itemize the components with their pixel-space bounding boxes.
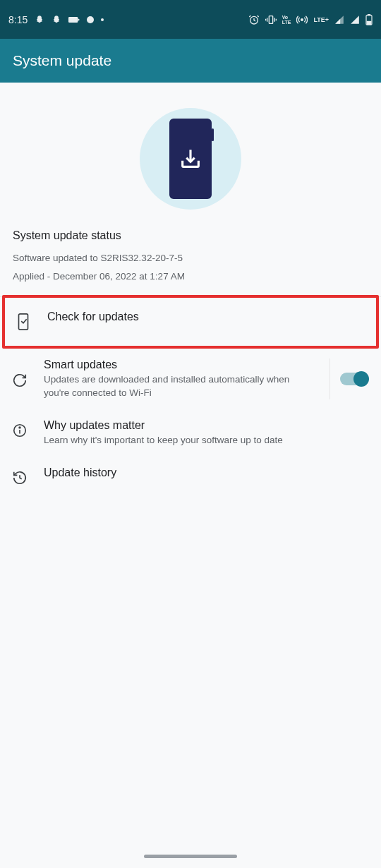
snapchat-icon xyxy=(52,15,61,25)
svg-rect-6 xyxy=(367,21,371,24)
row-title: Check for updates xyxy=(47,311,366,323)
info-icon xyxy=(11,422,28,439)
status-applied: Applied - December 06, 2022 at 1:27 AM xyxy=(13,267,368,286)
svg-rect-2 xyxy=(269,16,272,23)
smart-updates-row[interactable]: Smart updates Updates are downloaded and… xyxy=(0,349,381,409)
phone-icon xyxy=(169,119,212,199)
why-updates-row[interactable]: Why updates matter Learn why it's import… xyxy=(0,409,381,457)
row-title: Why updates matter xyxy=(44,419,368,432)
svg-rect-0 xyxy=(68,17,78,23)
smart-updates-toggle[interactable] xyxy=(340,373,368,385)
check-for-updates-row[interactable]: Check for updates xyxy=(5,298,376,346)
row-title: Update history xyxy=(44,466,368,479)
refresh-icon xyxy=(11,372,28,389)
battery-icon xyxy=(365,14,373,25)
update-history-row[interactable]: Update history xyxy=(0,457,381,496)
page-title: System update xyxy=(13,52,111,69)
vibrate-icon xyxy=(265,14,277,25)
more-dot-icon xyxy=(101,18,104,21)
signal-icon xyxy=(334,15,344,25)
nav-pill[interactable] xyxy=(144,855,237,858)
volte-icon: VoLTE xyxy=(282,15,291,25)
svg-point-10 xyxy=(19,427,20,428)
notification-icon xyxy=(68,16,80,24)
svg-point-3 xyxy=(301,18,303,20)
snapchat-icon xyxy=(35,15,44,25)
signal-icon xyxy=(350,15,360,25)
highlight-box: Check for updates xyxy=(2,295,379,349)
svg-rect-7 xyxy=(19,314,28,330)
status-heading: System update status xyxy=(13,229,368,242)
hero-circle xyxy=(140,108,241,210)
svg-rect-5 xyxy=(368,14,370,16)
status-version: Software updated to S2RIS32.32-20-7-5 xyxy=(13,249,368,267)
status-bar: 8:15 VoLTE LTE+ xyxy=(0,0,381,39)
network-label: LTE+ xyxy=(313,16,329,23)
row-subtitle: Learn why it's important to keep your so… xyxy=(44,434,368,447)
row-title: Smart updates xyxy=(44,358,307,371)
settings-list: Check for updates Smart updates Updates … xyxy=(0,296,381,496)
clock-text: 8:15 xyxy=(8,14,28,25)
phone-check-icon xyxy=(15,313,32,330)
app-bar: System update xyxy=(0,39,381,83)
row-subtitle: Updates are downloaded and installed aut… xyxy=(44,373,307,399)
notification-dot-icon xyxy=(87,16,94,23)
hero-illustration xyxy=(0,83,381,225)
history-icon xyxy=(11,469,28,486)
status-block: System update status Software updated to… xyxy=(0,225,381,296)
hotspot-icon xyxy=(296,14,308,25)
alarm-icon xyxy=(248,14,260,25)
